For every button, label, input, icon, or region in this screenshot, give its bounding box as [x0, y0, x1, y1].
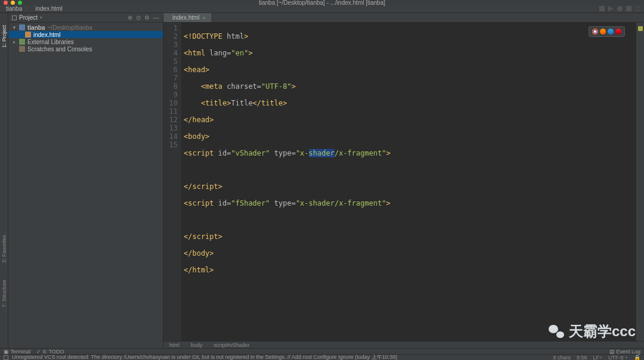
- zoom-window-icon[interactable]: [18, 1, 22, 5]
- line-gutter: 123 456 789 101112 131415: [163, 23, 181, 341]
- select-opened-icon[interactable]: ⊙: [136, 14, 141, 21]
- tree-external-libraries[interactable]: ▸ External Libraries: [8, 38, 163, 45]
- project-combo-icon: [12, 15, 17, 20]
- breadcrumb-project[interactable]: tianba: [6, 5, 22, 12]
- close-tab-icon[interactable]: ×: [203, 15, 206, 21]
- project-panel-title[interactable]: Project: [19, 14, 38, 21]
- external-libs-label: External Libraries: [27, 39, 74, 45]
- editor-area: index.html × 123 456 789 101112 131415 <…: [163, 13, 644, 348]
- breadcrumb-file[interactable]: index.html: [35, 5, 63, 12]
- tool-project[interactable]: 1: Project: [0, 15, 8, 57]
- tree-file-label: index.html: [33, 32, 61, 38]
- gear-icon[interactable]: ⚙: [144, 14, 150, 21]
- editor-tab-index[interactable]: index.html ×: [163, 13, 212, 22]
- minimize-window-icon[interactable]: [11, 1, 15, 5]
- tree-scratches[interactable]: Scratches and Consoles: [8, 45, 163, 52]
- status-message: Unregistered VCS root detected: The dire…: [12, 353, 397, 360]
- tool-structure[interactable]: 7: Structure: [0, 273, 8, 315]
- wechat-icon: [549, 325, 564, 338]
- run-icon[interactable]: [608, 6, 614, 11]
- status-encoding[interactable]: UTF-8 ÷: [608, 355, 628, 361]
- crumb-html[interactable]: html: [169, 342, 179, 348]
- tool-window-toggle-icon[interactable]: [4, 355, 8, 360]
- crumb-script[interactable]: script#vShader: [214, 342, 250, 348]
- stop-icon[interactable]: [626, 6, 631, 11]
- right-gutter: [636, 23, 644, 341]
- tab-label: index.html: [172, 14, 200, 21]
- collapse-icon[interactable]: ⊕: [128, 14, 132, 21]
- scratches-label: Scratches and Consoles: [27, 46, 92, 52]
- mac-titlebar: tianba [~/Desktop/tianba] - .../index.ht…: [0, 0, 644, 5]
- safari-icon[interactable]: [608, 29, 614, 35]
- scratch-icon: [19, 46, 25, 52]
- tree-root[interactable]: ▼ tianba ~/Desktop/tianba: [8, 24, 163, 31]
- watermark-text: 天霸学ccc: [569, 322, 636, 341]
- analysis-marker[interactable]: [638, 26, 643, 31]
- tree-item-index[interactable]: index.html: [8, 31, 163, 38]
- root-name: tianba: [27, 24, 45, 31]
- close-window-icon[interactable]: [4, 1, 8, 5]
- debug-icon[interactable]: [617, 6, 623, 11]
- search-icon[interactable]: [635, 6, 640, 11]
- opera-icon[interactable]: [615, 29, 621, 35]
- code-editor[interactable]: 123 456 789 101112 131415 <!DOCTYPE html…: [163, 23, 644, 341]
- browser-preview-icons: [589, 26, 625, 37]
- status-chars: 8 chars: [553, 355, 571, 361]
- chrome-icon[interactable]: [592, 29, 598, 35]
- tool-favorites[interactable]: 2: Favorites: [0, 228, 8, 269]
- status-bar: Unregistered VCS root detected: The dire…: [0, 354, 644, 360]
- crumb-body[interactable]: body: [191, 342, 203, 348]
- html-file-icon: [25, 32, 31, 38]
- build-icon[interactable]: [599, 6, 605, 11]
- navigation-bar: tianba 〉 index.html: [0, 5, 644, 13]
- hide-icon[interactable]: —: [153, 14, 159, 21]
- firefox-icon[interactable]: [600, 29, 606, 35]
- code-content[interactable]: <!DOCTYPE html> <html lang="en"> <head> …: [181, 23, 636, 341]
- left-tool-strip: 1: Project 2: Favorites 7: Structure: [0, 13, 8, 348]
- project-panel: Project ▾ ⊕ ⊙ ⚙ — ▼ tianba ~/Desktop/tia…: [8, 13, 163, 348]
- breadcrumb-bar: html 〉 body 〉 script#vShader: [163, 341, 644, 348]
- event-log-tool[interactable]: ▤ Event Log: [609, 349, 640, 355]
- root-path: ~/Desktop/tianba: [47, 24, 92, 31]
- lock-icon[interactable]: 🔒: [634, 355, 640, 361]
- watermark: 天霸学ccc: [549, 322, 636, 341]
- status-line-sep[interactable]: LF÷: [593, 355, 602, 361]
- status-caret-pos[interactable]: 8:56: [577, 355, 587, 361]
- folder-icon: [19, 24, 25, 30]
- library-icon: [19, 39, 25, 45]
